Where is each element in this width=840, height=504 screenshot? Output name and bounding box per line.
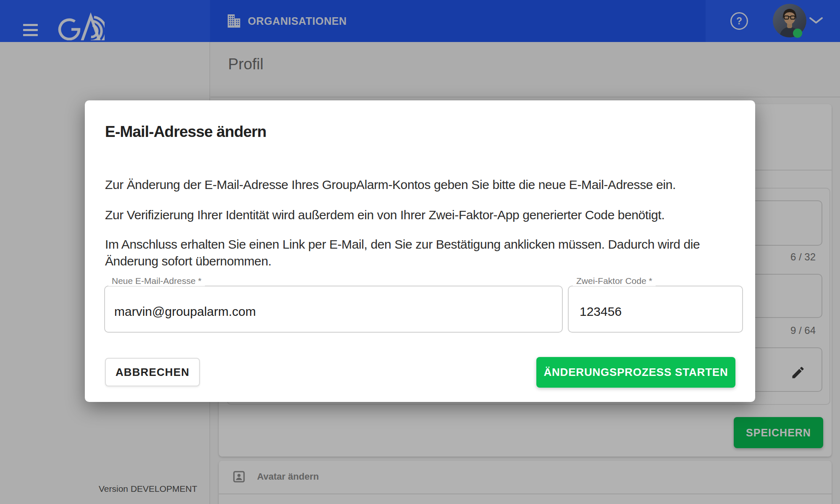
new-email-label: Neue E-Mail-Adresse *	[108, 276, 205, 286]
app-window: GA ORGANISATIONEN ?	[0, 0, 840, 504]
two-factor-input[interactable]	[580, 303, 722, 320]
cancel-button[interactable]: ABBRECHEN	[105, 358, 200, 386]
change-email-dialog: E-Mail-Adresse ändern Zur Änderung der E…	[85, 100, 755, 402]
two-factor-label: Zwei-Faktor Code *	[573, 276, 656, 286]
dialog-paragraph-2: Zur Verifizierung Ihrer Identität wird a…	[105, 207, 741, 223]
new-email-input[interactable]	[114, 303, 509, 320]
dialog-paragraph-3: Im Anschluss erhalten Sie einen Link per…	[105, 236, 741, 270]
dialog-title: E-Mail-Adresse ändern	[105, 123, 266, 141]
dialog-paragraph-1: Zur Änderung der E-Mail-Adresse Ihres Gr…	[105, 176, 741, 193]
start-change-process-button[interactable]: ÄNDERUNGSPROZESS STARTEN	[536, 357, 735, 388]
